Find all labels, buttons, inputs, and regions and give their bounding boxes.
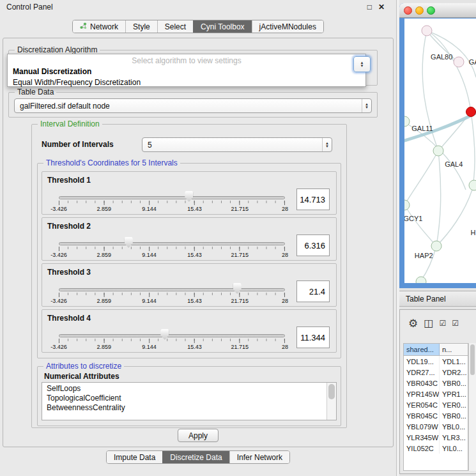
threshold-slider[interactable]: -3.4262.8599.14415.4321.71528 — [59, 191, 285, 214]
network-node[interactable] — [454, 57, 464, 68]
table-row[interactable]: YLR345WYLR3... — [404, 432, 468, 443]
slider-track[interactable] — [59, 242, 285, 245]
tab-infer-network[interactable]: Infer Network — [229, 451, 289, 463]
network-node[interactable] — [468, 180, 476, 190]
float-window-icon[interactable]: □ — [367, 3, 372, 12]
slider-scale: -3.4262.8599.14415.4321.71528 — [59, 344, 285, 351]
tab-label: jActiveMNodules — [259, 22, 316, 31]
tab-discretize-data[interactable]: Discretize Data — [162, 451, 229, 463]
window-title: Control Panel — [6, 3, 53, 12]
table-row[interactable]: YER054CYER0... — [404, 399, 468, 410]
table-row[interactable]: YBL079WYBL0... — [404, 421, 468, 432]
network-node[interactable] — [433, 146, 443, 157]
table-row[interactable]: YBR043CYBR0... — [404, 378, 468, 388]
slider-track[interactable] — [59, 288, 285, 291]
scale-label: -3.426 — [50, 252, 67, 258]
cyni-toolbox-panel: Discretization Algorithm Select algorith… — [3, 38, 394, 447]
tab-style[interactable]: Style — [125, 20, 157, 33]
scale-label: 28 — [282, 252, 288, 258]
combo-arrows-icon: ▲▼ — [362, 99, 371, 112]
threshold-slider[interactable]: -3.4262.8599.14415.4321.71528 — [59, 237, 285, 260]
network-node[interactable] — [431, 241, 442, 252]
scale-label: 28 — [282, 206, 288, 212]
column-header[interactable]: shared... — [404, 344, 440, 355]
threshold-label: Threshold 1 — [47, 176, 91, 185]
table-header-row: shared...n... — [404, 344, 468, 356]
network-node-selected[interactable] — [466, 107, 476, 117]
scale-label: -3.426 — [50, 206, 67, 212]
attributes-scrollbar[interactable] — [326, 383, 336, 420]
tab-label: Impute Data — [114, 453, 155, 462]
node-label: H — [471, 229, 476, 236]
table-row[interactable]: YPR145WYPR1... — [404, 388, 468, 399]
slider-major-ticks — [59, 339, 285, 343]
network-icon — [80, 22, 87, 31]
table-panel-window: ⚙ ◫ ☑ ☑ shared...n... YDL19...YDL1...YDR… — [399, 309, 476, 474]
table-scrollbar[interactable] — [468, 343, 476, 471]
threshold-value-field[interactable]: 11.344 — [296, 326, 330, 348]
table-cell: YBL079W — [404, 421, 440, 432]
scale-label: -3.426 — [50, 344, 67, 350]
scale-label: 28 — [282, 344, 288, 350]
algorithm-combo-stepper-icon[interactable]: ▲▼ — [353, 56, 371, 72]
slider-scale: -3.4262.8599.14415.4321.71528 — [59, 252, 285, 259]
attributes-list[interactable]: SelfLoopsTopologicalCoefficientBetweenne… — [42, 382, 337, 420]
table-cell: YER0... — [440, 399, 468, 410]
scale-label: 21.715 — [231, 206, 249, 212]
scale-label: 2.859 — [97, 252, 112, 258]
attribute-item[interactable]: BetweennessCentrality — [47, 403, 325, 413]
threshold-slider[interactable]: -3.4262.8599.14415.4321.71528 — [59, 329, 285, 352]
attribute-item[interactable]: SelfLoops — [47, 384, 325, 394]
table-row[interactable]: YDL19...YDL1... — [404, 356, 468, 367]
columns-icon[interactable]: ◫ — [424, 318, 433, 328]
tab-cyni-toolbox[interactable]: Cyni Toolbox — [193, 20, 251, 33]
threshold-3-box: Threshold 3-3.4262.8599.14415.4321.71528… — [42, 263, 337, 307]
popup-option-equal-width-frequency[interactable]: Equal Width/Frequency Discretization — [8, 77, 365, 88]
threshold-value-field[interactable]: 6.316 — [296, 234, 330, 256]
threshold-value-field[interactable]: 14.713 — [296, 188, 330, 210]
close-window-icon[interactable]: ✕ — [378, 3, 385, 12]
table-panel-title: Table Panel — [406, 295, 446, 303]
traffic-light-minimize-icon[interactable] — [415, 6, 424, 15]
tab-jactivemnodules[interactable]: jActiveMNodules — [252, 20, 323, 33]
gear-icon[interactable]: ⚙ — [408, 318, 418, 329]
table-cell: YBR045C — [404, 410, 440, 421]
network-node[interactable] — [415, 276, 426, 283]
tab-select[interactable]: Select — [157, 20, 193, 33]
group-title-table-data: Table Data — [15, 88, 56, 96]
tab-impute-data[interactable]: Impute Data — [107, 451, 162, 463]
popup-option-manual-discretization[interactable]: Manual Discretization — [8, 66, 365, 77]
tab-network[interactable]: Network — [73, 20, 125, 33]
scale-label: 21.715 — [231, 298, 249, 304]
tab-label: Discretize Data — [170, 453, 222, 462]
table-panel-titlebar[interactable]: Table Panel — [399, 291, 476, 307]
table-cell: YLR3... — [440, 432, 468, 443]
traffic-light-zoom-icon[interactable] — [427, 6, 435, 15]
apply-button[interactable]: Apply — [178, 429, 219, 442]
control-panel-window: Control Panel □ ✕ NetworkStyleSelectCyni… — [0, 0, 397, 476]
number-of-intervals-combo[interactable]: 5 ▲▼ — [142, 137, 332, 152]
network-canvas[interactable]: GAL80GAGAL11GAL4GCY1HAP2H — [404, 19, 476, 283]
attribute-item[interactable]: TopologicalCoefficient — [47, 394, 325, 403]
slider-track[interactable] — [59, 334, 285, 337]
slider-scale: -3.4262.8599.14415.4321.71528 — [59, 206, 285, 213]
threshold-value-field[interactable]: 21.4 — [296, 280, 330, 302]
number-of-intervals-label: Number of Intervals — [42, 140, 114, 149]
column-header[interactable]: n... — [440, 344, 468, 355]
tab-label: Style — [133, 22, 150, 31]
scale-label: 9.144 — [142, 344, 157, 350]
table-row[interactable]: YDR27...YDR2... — [404, 367, 468, 378]
network-node[interactable] — [421, 25, 432, 36]
number-of-intervals-value: 5 — [148, 141, 322, 150]
table-data-combo[interactable]: galFiltered.sif default node ▲▼ — [14, 98, 372, 113]
table-row[interactable]: YIL052CYIL0... — [404, 443, 468, 454]
checkbox-filter-icon[interactable]: ☑ — [452, 319, 459, 327]
table-row[interactable]: YBR045CYBR0... — [404, 410, 468, 421]
checkbox-filter-icon[interactable]: ☑ — [439, 319, 446, 327]
slider-track[interactable] — [59, 196, 285, 199]
table-cell: YBR0... — [440, 378, 468, 388]
traffic-light-close-icon[interactable] — [404, 6, 412, 15]
network-window-titlebar[interactable] — [399, 3, 476, 18]
table-cell: YER054C — [404, 399, 440, 410]
threshold-slider[interactable]: -3.4262.8599.14415.4321.71528 — [59, 283, 285, 306]
